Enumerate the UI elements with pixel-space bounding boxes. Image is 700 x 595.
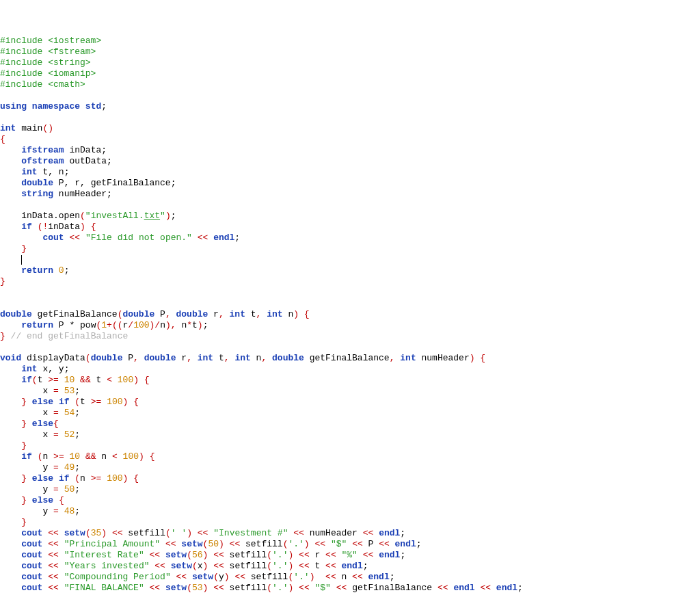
- semi: ;: [171, 211, 176, 221]
- param: P: [122, 353, 133, 363]
- semi: ;: [75, 386, 80, 396]
- param: getFinalBalance: [304, 353, 390, 363]
- kw-cout: cout: [21, 539, 42, 549]
- expr: P * pow: [53, 320, 96, 330]
- comma: ,: [224, 353, 230, 363]
- rbrace: }: [0, 331, 5, 341]
- param: t: [213, 353, 224, 363]
- op-ll: <<: [213, 550, 224, 560]
- semi: ;: [400, 528, 405, 538]
- kw-double: double: [144, 353, 176, 363]
- kw-setw: setw: [64, 528, 85, 538]
- op-eq: =: [53, 429, 59, 440]
- num: 48: [64, 506, 75, 516]
- preproc-line: #include <iomanip>: [0, 68, 96, 79]
- rparen: ): [293, 309, 299, 319]
- lparen: (: [80, 211, 85, 221]
- preproc-line: #include <string>: [0, 57, 91, 68]
- op-ll: <<: [48, 583, 59, 593]
- char: '.': [288, 539, 304, 549]
- str-underlined: txt: [144, 211, 160, 221]
- kw-else: else: [32, 397, 53, 407]
- lbrace: {: [133, 473, 139, 484]
- kw-return: return: [21, 320, 53, 330]
- str: "Principal Amount": [64, 539, 160, 549]
- lbrace: {: [0, 134, 5, 144]
- kw-cout: cout: [21, 528, 42, 538]
- semi: ;: [416, 539, 422, 549]
- preproc-line: #include <fstream>: [0, 47, 96, 57]
- param: n: [283, 309, 294, 319]
- lbrace: {: [59, 495, 64, 505]
- kw-double: double: [122, 309, 154, 319]
- lparen: (: [112, 320, 118, 330]
- var: inData: [48, 222, 80, 232]
- var: n: [42, 451, 48, 462]
- kw-else: else: [32, 495, 53, 505]
- fn: setfill: [123, 528, 165, 538]
- rparen: ): [224, 572, 230, 582]
- rparen: ): [133, 375, 139, 385]
- op-slash: /: [154, 320, 160, 330]
- op-ll: <<: [352, 572, 363, 582]
- num: 100: [118, 375, 133, 385]
- kw-cout: cout: [21, 583, 42, 593]
- op-ll: <<: [299, 583, 310, 593]
- decl: P, r, getFinalBalance: [53, 178, 171, 188]
- rbrace: }: [21, 243, 27, 254]
- op-and: &&: [85, 451, 96, 462]
- rparen: ): [203, 561, 208, 571]
- lparen: (: [32, 375, 38, 385]
- kw-endl: endl: [453, 583, 474, 593]
- op-ll: <<: [363, 528, 374, 538]
- semi: ;: [363, 561, 368, 571]
- num: 50: [64, 484, 75, 494]
- op-ll: <<: [379, 539, 390, 549]
- preproc-line: #include <iostream>: [0, 36, 101, 46]
- op-ll: <<: [48, 528, 59, 538]
- op-ge: >=: [91, 473, 102, 484]
- fn-name: displayData: [21, 353, 85, 363]
- num: 10: [70, 451, 81, 462]
- kw-endl: endl: [368, 572, 390, 582]
- semi: ;: [400, 550, 405, 560]
- var: t: [80, 397, 85, 407]
- char: ' ': [171, 528, 187, 538]
- op-ll: <<: [154, 561, 165, 571]
- rparen: ): [101, 528, 107, 538]
- rparen: ): [288, 561, 293, 571]
- kw-setw: setw: [192, 572, 213, 582]
- rparen: ): [219, 539, 224, 549]
- lparen: (: [187, 550, 192, 560]
- var: y: [219, 572, 224, 582]
- lparen: (: [267, 550, 272, 560]
- kw-int: int: [234, 353, 250, 363]
- str: "Investment #": [213, 528, 288, 538]
- lparen: (: [75, 397, 80, 407]
- str: ": [85, 211, 91, 221]
- text: inData.open: [0, 211, 80, 221]
- lparen: (: [192, 561, 198, 571]
- param: P: [154, 309, 165, 319]
- semi: ;: [75, 429, 80, 440]
- lbrace: {: [133, 397, 139, 407]
- lparen: (: [267, 561, 272, 571]
- lparen: (: [267, 583, 272, 593]
- param: numHeader: [416, 353, 470, 363]
- rbrace: }: [21, 473, 27, 484]
- op-ll: <<: [112, 528, 123, 538]
- kw-double: double: [272, 353, 304, 363]
- char: '.': [293, 572, 309, 582]
- num: 52: [64, 429, 75, 440]
- lbrace: {: [304, 309, 310, 319]
- char: '.': [272, 550, 288, 560]
- var: y: [42, 484, 53, 494]
- rparen: ): [80, 222, 85, 232]
- char: '.': [272, 561, 288, 571]
- str: "FINAL BALANCE": [64, 583, 144, 593]
- rparen: ): [304, 539, 310, 549]
- var: n: [101, 451, 107, 462]
- kw-endl: endl: [379, 528, 400, 538]
- op-star: *: [187, 320, 192, 330]
- op-ll: <<: [165, 539, 176, 549]
